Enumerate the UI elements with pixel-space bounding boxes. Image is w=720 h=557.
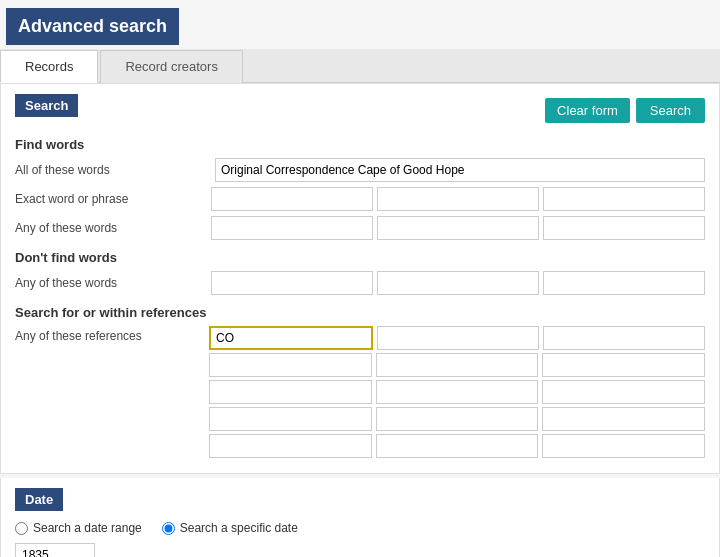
refs-input-2-3[interactable]: [542, 353, 705, 377]
refs-input-1-3[interactable]: [543, 326, 705, 350]
dont-find-heading: Don't find words: [15, 250, 705, 265]
all-words-row: All of these words: [15, 158, 705, 182]
refs-input-4-2[interactable]: [376, 407, 539, 431]
find-words-heading: Find words: [15, 137, 705, 152]
dontfind-input-2[interactable]: [377, 271, 539, 295]
date-range-label: Search a date range: [33, 521, 142, 535]
exact-word-input-3[interactable]: [543, 187, 705, 211]
any-refs-label: Any of these references: [15, 326, 209, 343]
refs-input-4-1[interactable]: [209, 407, 372, 431]
date-options-row: Search a date range Search a specific da…: [15, 521, 705, 535]
refs-row-4: [209, 407, 705, 431]
refs-input-2-2[interactable]: [376, 353, 539, 377]
all-words-input[interactable]: [215, 158, 705, 182]
any-words-find-input-3[interactable]: [543, 216, 705, 240]
tab-record-creators[interactable]: Record creators: [100, 50, 242, 83]
date-range-option[interactable]: Search a date range: [15, 521, 142, 535]
any-words-dontfind-row: Any of these words: [15, 271, 705, 295]
exact-word-row: Exact word or phrase: [15, 187, 705, 211]
refs-row-1: [209, 326, 705, 350]
date-range-radio[interactable]: [15, 522, 28, 535]
refs-input-1-1[interactable]: [209, 326, 373, 350]
refs-input-1-2[interactable]: [377, 326, 539, 350]
refs-input-4-3[interactable]: [542, 407, 705, 431]
specific-date-radio[interactable]: [162, 522, 175, 535]
any-words-find-row: Any of these words: [15, 216, 705, 240]
any-words-dontfind-label: Any of these words: [15, 276, 211, 290]
specific-date-option[interactable]: Search a specific date: [162, 521, 298, 535]
page-header: Advanced search: [6, 8, 179, 45]
any-words-find-input-2[interactable]: [377, 216, 539, 240]
clear-form-button[interactable]: Clear form: [545, 98, 630, 123]
dontfind-input-1[interactable]: [211, 271, 373, 295]
exact-word-input-1[interactable]: [211, 187, 373, 211]
search-button[interactable]: Search: [636, 98, 705, 123]
refs-row-5: [209, 434, 705, 458]
exact-word-input-2[interactable]: [377, 187, 539, 211]
any-words-find-label: Any of these words: [15, 221, 211, 235]
refs-input-3-3[interactable]: [542, 380, 705, 404]
exact-word-label: Exact word or phrase: [15, 192, 211, 206]
refs-input-2-1[interactable]: [209, 353, 372, 377]
search-refs-heading: Search for or within references: [15, 305, 705, 320]
any-words-find-input-1[interactable]: [211, 216, 373, 240]
date-section-header: Date: [15, 488, 63, 511]
search-section: Search Clear form Search Find words All …: [0, 83, 720, 474]
refs-input-3-2[interactable]: [376, 380, 539, 404]
all-words-label: All of these words: [15, 163, 215, 177]
specific-date-label: Search a specific date: [180, 521, 298, 535]
refs-input-3-1[interactable]: [209, 380, 372, 404]
refs-row-2: [209, 353, 705, 377]
any-refs-row: Any of these references: [15, 326, 705, 458]
refs-input-5-1[interactable]: [209, 434, 372, 458]
search-section-header: Search: [15, 94, 78, 117]
refs-input-5-3[interactable]: [542, 434, 705, 458]
date-section: Date Search a date range Search a specif…: [0, 478, 720, 557]
tab-records[interactable]: Records: [0, 50, 98, 83]
date-value-input[interactable]: [15, 543, 95, 557]
refs-input-5-2[interactable]: [376, 434, 539, 458]
dontfind-input-3[interactable]: [543, 271, 705, 295]
refs-row-3: [209, 380, 705, 404]
tabs-bar: Records Record creators: [0, 49, 720, 83]
